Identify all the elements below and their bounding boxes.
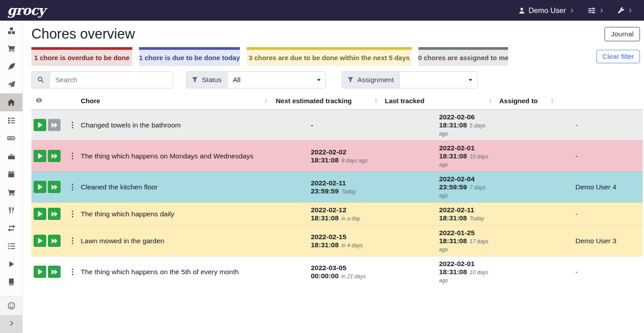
- sidebar-item-batteries-overview[interactable]: [0, 129, 22, 147]
- sidebar-item-tasks[interactable]: [0, 111, 22, 129]
- skip-chore-execution-button[interactable]: [48, 235, 61, 247]
- skip-chore-execution-button[interactable]: [48, 119, 61, 131]
- track-chore-execution-button[interactable]: [34, 208, 46, 220]
- boxes-icon: [8, 27, 15, 35]
- user-icon: [518, 7, 525, 14]
- toggle-visibility-header[interactable]: [31, 93, 78, 110]
- column-header-assigned-to[interactable]: Assigned to: [496, 93, 643, 110]
- sidebar: [0, 21, 23, 333]
- eye-icon: [35, 97, 43, 105]
- sort-icon: [374, 98, 378, 104]
- skip-chore-execution-button[interactable]: [48, 150, 61, 162]
- smiley-icon: [8, 302, 15, 310]
- assigned-to: -: [496, 140, 643, 171]
- assignment-filter-select[interactable]: [399, 71, 478, 88]
- next-tracking-time: -: [311, 121, 313, 129]
- search-input[interactable]: [49, 71, 173, 88]
- journal-button[interactable]: Journal: [605, 27, 640, 41]
- fast-forward-icon: [52, 184, 57, 190]
- status-filter-label-addon: Status: [186, 71, 227, 88]
- status-filter-group: Status All: [186, 71, 326, 88]
- banner-due-soon[interactable]: 3 chores are due to be done within the n…: [247, 47, 412, 66]
- sidebar-item-batteries-tracking[interactable]: [0, 273, 22, 291]
- sidebar-item-consume[interactable]: [0, 201, 22, 219]
- paper-plane-icon: [8, 81, 15, 88]
- utensils-icon: [8, 207, 15, 214]
- book-icon: [8, 278, 15, 285]
- next-tracking-ago: in 4 days: [341, 242, 363, 249]
- filter-icon: [192, 77, 198, 83]
- row-menu-icon[interactable]: [66, 268, 78, 276]
- row-menu-icon[interactable]: [66, 183, 78, 191]
- next-tracking-ago: 9 days ago: [341, 158, 368, 164]
- track-chore-execution-button[interactable]: [34, 181, 46, 193]
- skip-chore-execution-button[interactable]: [48, 181, 61, 193]
- skip-chore-execution-button[interactable]: [48, 266, 61, 278]
- sidebar-item-smiley[interactable]: [0, 296, 22, 315]
- column-header-label: Chore: [81, 97, 100, 105]
- fast-forward-icon: [52, 269, 57, 275]
- page-title: Chores overview: [31, 26, 135, 42]
- checklist-icon: [8, 117, 15, 124]
- sidebar-item-chores-overview[interactable]: [0, 93, 22, 111]
- fast-forward-icon: [52, 238, 57, 244]
- row-menu-icon[interactable]: [66, 152, 78, 160]
- sort-icon: [551, 98, 554, 104]
- search-group: [31, 71, 173, 88]
- sidebar-item-equipment[interactable]: [0, 147, 22, 165]
- assigned-to: -: [496, 110, 643, 140]
- chore-name: Changed towels in the bathroom: [78, 110, 271, 140]
- user-menu[interactable]: Demo User: [518, 6, 574, 15]
- fast-forward-icon: [52, 123, 57, 128]
- sidebar-item-transfer[interactable]: [0, 219, 22, 237]
- clear-filter-button[interactable]: Clear filter: [596, 50, 640, 63]
- row-menu-icon[interactable]: [66, 121, 78, 129]
- sidebar-item-calendar[interactable]: [0, 165, 22, 183]
- table-row: The thing which happens on the 5th of ev…: [31, 256, 643, 287]
- sidebar-item-recipes[interactable]: [0, 57, 22, 75]
- assignment-filter-group: Assignment: [342, 71, 478, 88]
- chore-name: Lawn mowed in the garden: [78, 225, 271, 256]
- sidebar-item-meal-plan[interactable]: [0, 75, 22, 93]
- table-header-row: Chore Next estimated tracking Last track…: [31, 93, 643, 110]
- track-chore-execution-button[interactable]: [34, 266, 46, 278]
- banner-assigned-to-me[interactable]: 0 chores are assigned to me: [418, 47, 508, 66]
- skip-chore-execution-button[interactable]: [48, 208, 61, 220]
- track-chore-execution-button[interactable]: [34, 150, 46, 162]
- row-menu-icon[interactable]: [66, 237, 78, 245]
- play-icon: [38, 238, 43, 244]
- track-chore-execution-button[interactable]: [34, 235, 46, 247]
- sidebar-item-shopping-list[interactable]: [0, 39, 22, 57]
- next-tracking-ago: in 21 days: [341, 273, 366, 280]
- chores-table: Chore Next estimated tracking Last track…: [31, 93, 643, 287]
- sort-icon: [489, 98, 492, 104]
- sidebar-expand-button[interactable]: [0, 315, 22, 333]
- sidebar-item-purchase[interactable]: [0, 183, 22, 201]
- banner-overdue[interactable]: 1 chore is overdue to be done: [31, 47, 132, 66]
- play-icon: [38, 184, 43, 190]
- assigned-to: Demo User 3: [496, 225, 643, 256]
- assigned-to: -: [496, 256, 643, 287]
- sliders-icon: [588, 7, 596, 14]
- settings-menu[interactable]: [588, 7, 604, 14]
- column-header-last-tracked[interactable]: Last tracked: [381, 93, 496, 110]
- table-row: Lawn mowed in the garden 2022-02-15 18:3…: [31, 225, 643, 256]
- column-header-next-tracking[interactable]: Next estimated tracking: [271, 93, 381, 110]
- column-header-chore[interactable]: Chore: [78, 93, 271, 110]
- admin-menu[interactable]: [618, 7, 633, 14]
- calendar-icon: [8, 171, 15, 178]
- status-filter-label: Status: [202, 76, 222, 84]
- sidebar-item-stock-overview[interactable]: [0, 22, 22, 39]
- sidebar-item-chores-tracking[interactable]: [0, 255, 22, 273]
- next-tracking-time: 2022-02-11 23:59:59: [311, 179, 346, 195]
- cart-plus-icon: [8, 188, 15, 196]
- track-chore-execution-button[interactable]: [34, 119, 46, 131]
- row-menu-icon[interactable]: [66, 210, 78, 218]
- column-header-label: Next estimated tracking: [276, 97, 352, 105]
- banner-due-today[interactable]: 1 chore is due to be done today: [139, 47, 240, 66]
- caret-down-icon: [469, 79, 472, 81]
- app-logo[interactable]: grocy: [7, 4, 45, 17]
- status-filter-select[interactable]: All: [227, 71, 326, 88]
- sidebar-item-inventory[interactable]: [0, 237, 22, 255]
- sidebar-spacer: [0, 291, 22, 296]
